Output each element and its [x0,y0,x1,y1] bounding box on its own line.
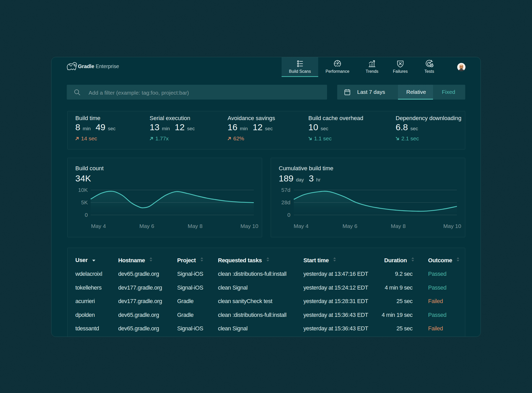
svg-text:May 4: May 4 [91,223,106,229]
svg-text:57d: 57d [281,187,290,193]
svg-text:May 6: May 6 [139,223,154,229]
svg-text:May 10: May 10 [443,223,461,229]
svg-text:0: 0 [85,212,88,218]
svg-text:28d: 28d [281,199,290,205]
svg-text:0: 0 [287,212,290,218]
svg-text:May 6: May 6 [342,223,357,229]
svg-text:May 8: May 8 [391,223,405,229]
svg-text:May 4: May 4 [294,223,309,229]
svg-text:10K: 10K [78,187,88,193]
svg-text:5K: 5K [81,199,88,205]
svg-text:May 10: May 10 [241,223,258,229]
svg-text:May 8: May 8 [188,223,202,229]
